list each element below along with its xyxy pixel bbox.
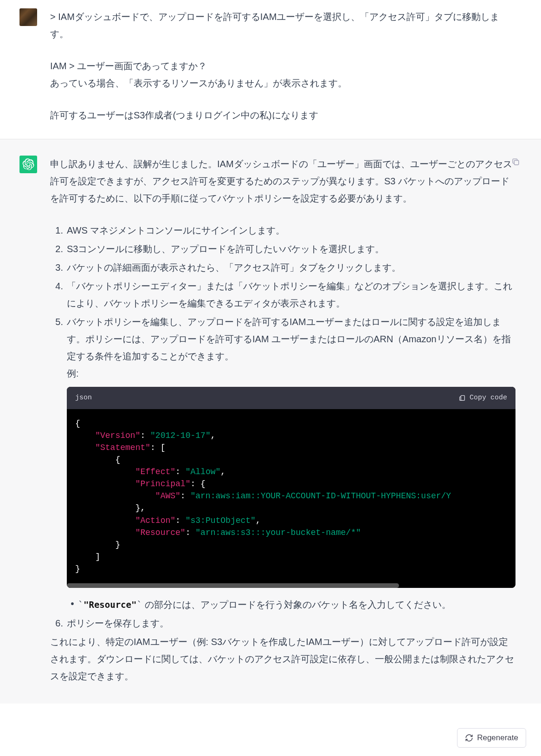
svg-rect-1 (461, 396, 464, 401)
note-item: • `"Resource"` の部分には、アップロードを行う対象のバケット名を入… (67, 596, 515, 613)
step-6: 6. ポリシーを保存します。 (50, 615, 515, 632)
backtick: ` (136, 599, 142, 610)
step-2: 2. S3コンソールに移動し、アップロードを許可したいバケットを選択します。 (50, 241, 515, 258)
user-avatar (19, 8, 37, 26)
assistant-outro: これにより、特定のIAMユーザー（例: S3バケットを作成したIAMユーザー）に… (50, 633, 515, 685)
step-text: バケットの詳細画面が表示されたら、「アクセス許可」タブをクリックします。 (67, 259, 515, 276)
user-text-line-2: IAM > ユーザー画面であってますか？ (50, 58, 515, 75)
code-scrollbar-thumb[interactable] (67, 583, 399, 588)
step-number: 6. (50, 615, 63, 632)
step-text: AWS マネジメントコンソールにサインインします。 (67, 222, 515, 239)
inline-code: "Resource" (84, 600, 136, 610)
svg-rect-0 (514, 160, 519, 165)
user-text-line-1: > IAMダッシュボードで、アップロードを許可するIAMユーザーを選択し、「アク… (50, 8, 515, 43)
step-1: 1. AWS マネジメントコンソールにサインインします。 (50, 222, 515, 239)
copy-code-button[interactable]: Copy code (458, 391, 507, 404)
step-number: 4. (50, 278, 63, 295)
code-header: json Copy code (67, 387, 515, 409)
steps-list: 1. AWS マネジメントコンソールにサインインします。 2. S3コンソールに… (50, 222, 515, 632)
assistant-intro: 申し訳ありません、誤解が生じました。IAMダッシュボードの「ユーザー」画面では、… (50, 156, 515, 207)
code-scrollbar[interactable] (67, 583, 515, 588)
backtick: ` (78, 599, 84, 610)
bullet-dot: • (67, 596, 78, 611)
step-text: バケットポリシーを編集し、アップロードを許可するIAMユーザーまたはロールに関す… (67, 317, 511, 361)
step-3: 3. バケットの詳細画面が表示されたら、「アクセス許可」タブをクリックします。 (50, 259, 515, 276)
step-number: 1. (50, 222, 63, 239)
step-4: 4. 「バケットポリシーエディター」または「バケットポリシーを編集」などのオプシ… (50, 278, 515, 312)
note-list: • `"Resource"` の部分には、アップロードを行う対象のバケット名を入… (67, 596, 515, 613)
user-text-line-3: あっている場合、「表示するリソースがありません」が表示されます。 (50, 75, 515, 92)
note-text: の部分には、アップロードを行う対象のバケット名を入力してください。 (142, 600, 451, 610)
code-content[interactable]: { "Version": "2012-10-17", "Statement": … (67, 409, 515, 584)
step-number: 2. (50, 241, 63, 258)
code-language: json (75, 391, 92, 404)
assistant-avatar (19, 156, 37, 173)
assistant-message: 申し訳ありません、誤解が生じました。IAMダッシュボードの「ユーザー」画面では、… (0, 139, 541, 704)
copy-code-label: Copy code (470, 391, 507, 404)
step-example-label: 例: (67, 368, 79, 378)
step-text: ポリシーを保存します。 (67, 615, 515, 632)
step-text: S3コンソールに移動し、アップロードを許可したいバケットを選択します。 (67, 241, 515, 258)
user-text-line-4: 許可するユーザーはS3作成者(つまりログイン中の私)になります (50, 107, 515, 124)
clipboard-icon (458, 394, 466, 402)
step-number: 5. (50, 313, 63, 331)
user-message: > IAMダッシュボードで、アップロードを許可するIAMユーザーを選択し、「アク… (0, 0, 541, 139)
code-block: json Copy code { "Version": "2012-10-17"… (67, 387, 515, 588)
step-text: 「バケットポリシーエディター」または「バケットポリシーを編集」などのオプションを… (67, 278, 515, 312)
step-5: 5. バケットポリシーを編集し、アップロードを許可するIAMユーザーまたはロール… (50, 313, 515, 613)
copy-message-button[interactable] (511, 155, 520, 172)
step-number: 3. (50, 259, 63, 276)
